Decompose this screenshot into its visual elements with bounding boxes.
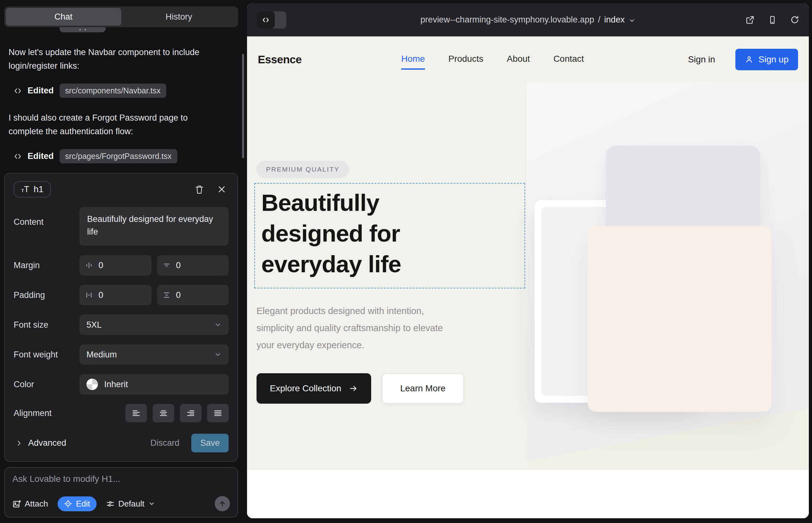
alignment-label: Alignment [14, 409, 80, 418]
hero-cta-row: Explore Collection Learn More [257, 373, 530, 404]
send-button[interactable] [215, 496, 230, 511]
refresh-icon[interactable] [790, 15, 799, 24]
text-size-icon: ᴛT [21, 185, 29, 194]
editor-header: ᴛT h1 [14, 181, 229, 198]
nav-links: Home Products About Contact [401, 54, 584, 65]
content-label: Content [14, 207, 80, 227]
explore-collection-label: Explore Collection [270, 383, 341, 394]
code-icon [14, 152, 22, 161]
hero-paragraph: Elegant products designed with intention… [257, 302, 461, 354]
site-preview: Essence Home Products About Contact Sign… [247, 36, 809, 518]
decor-card-cream [587, 226, 772, 412]
preview-window: preview--charming-site-symphony.lovable.… [247, 3, 809, 518]
font-size-select[interactable]: 5XL [80, 315, 229, 335]
selected-tag-chip[interactable]: ᴛT h1 [14, 181, 51, 198]
learn-more-button[interactable]: Learn More [382, 373, 464, 404]
sign-up-button[interactable]: Sign up [735, 49, 798, 70]
advanced-label: Advanced [28, 438, 66, 448]
padding-horizontal-icon [85, 291, 93, 299]
align-justify-button[interactable] [207, 404, 229, 422]
delete-element-icon[interactable] [195, 185, 204, 194]
sign-up-label: Sign up [758, 54, 789, 65]
margin-y-value: 0 [176, 260, 181, 270]
color-select[interactable]: Inherit [80, 374, 229, 395]
chat-scrollbar[interactable] [242, 54, 244, 158]
padding-vertical-icon [163, 291, 170, 299]
hero-section: PREMIUM QUALITY Beautifully designed for… [254, 161, 530, 404]
sliders-icon [106, 500, 114, 508]
edit-mode-button[interactable]: Edit [58, 497, 96, 511]
edited-file-row: Edited src/components/Navbar.tsx [14, 84, 238, 98]
attach-image-icon [12, 500, 21, 508]
code-preview-toggle[interactable] [257, 12, 286, 29]
code-icon [14, 87, 22, 95]
scroll-peek-pill[interactable] [59, 27, 106, 32]
font-weight-select[interactable]: Medium [80, 344, 229, 365]
close-editor-icon[interactable] [217, 185, 226, 194]
editor-footer: Advanced Discard Save [14, 434, 229, 452]
padding-x-input[interactable]: 0 [80, 285, 152, 305]
explore-collection-button[interactable]: Explore Collection [257, 373, 371, 404]
nav-link-about[interactable]: About [507, 54, 530, 70]
open-in-new-tab-icon[interactable] [745, 15, 755, 25]
color-field-row: Color Inherit [14, 374, 229, 395]
margin-horizontal-icon [85, 262, 93, 269]
color-value: Inherit [104, 380, 128, 390]
mode-select[interactable]: Default [106, 499, 155, 509]
chevron-down-icon [148, 500, 155, 507]
element-editor-panel: ᴛT h1 Content Beautifully designed for e… [4, 173, 238, 462]
browser-actions [745, 15, 799, 25]
url-bar[interactable]: preview--charming-site-symphony.lovable.… [421, 15, 636, 25]
margin-x-input[interactable]: 0 [80, 255, 152, 275]
font-size-field-row: Font size 5XL [14, 315, 229, 335]
nav-link-contact[interactable]: Contact [553, 54, 584, 70]
edited-label: Edited [28, 86, 54, 96]
padding-y-value: 0 [176, 290, 181, 300]
chevron-down-icon [214, 321, 222, 329]
code-icon [257, 12, 275, 29]
font-size-value: 5XL [86, 320, 102, 330]
nav-link-products[interactable]: Products [448, 54, 483, 70]
mobile-view-icon[interactable] [768, 16, 777, 24]
url-path: index [604, 15, 625, 25]
margin-y-input[interactable]: 0 [157, 255, 229, 275]
site-navbar: Essence Home Products About Contact Sign… [247, 36, 809, 82]
site-logo[interactable]: Essence [258, 53, 302, 66]
chat-message: I should also create a Forgot Password p… [8, 111, 219, 138]
align-right-button[interactable] [180, 404, 201, 422]
selected-element-outline[interactable]: Beautifully designed for everyday life [254, 183, 525, 288]
advanced-toggle[interactable]: Advanced [14, 438, 66, 448]
content-input[interactable]: Beautifully designed for everyday life [80, 207, 229, 246]
color-label: Color [14, 380, 80, 390]
margin-field-row: Margin 0 0 [14, 255, 229, 275]
font-weight-value: Medium [86, 350, 117, 360]
edited-file-chip[interactable]: src/pages/ForgotPassword.tsx [59, 149, 177, 163]
chevron-right-icon [16, 440, 22, 447]
browser-toolbar: preview--charming-site-symphony.lovable.… [247, 3, 809, 36]
font-weight-label: Font weight [14, 350, 80, 360]
align-left-button[interactable] [125, 404, 147, 422]
attach-button[interactable]: Attach [12, 499, 48, 509]
align-center-button[interactable] [153, 404, 174, 422]
edited-label: Edited [28, 151, 54, 161]
save-button[interactable]: Save [191, 434, 229, 452]
margin-label: Margin [14, 260, 80, 270]
composer-input[interactable]: Ask Lovable to modify H1... [12, 474, 230, 484]
padding-y-input[interactable]: 0 [157, 285, 229, 305]
section-below-hero [247, 470, 809, 518]
discard-button[interactable]: Discard [151, 438, 180, 448]
chevron-down-icon [214, 351, 222, 358]
tab-chat[interactable]: Chat [6, 8, 121, 26]
arrow-right-icon [349, 384, 358, 393]
nav-link-home[interactable]: Home [401, 54, 425, 70]
edited-file-chip[interactable]: src/components/Navbar.tsx [59, 84, 166, 98]
preview-url: preview--charming-site-symphony.lovable.… [421, 15, 595, 25]
url-separator: / [598, 15, 600, 25]
sign-in-link[interactable]: Sign in [688, 54, 715, 65]
quality-badge: PREMIUM QUALITY [257, 161, 349, 178]
tab-history[interactable]: History [121, 8, 237, 26]
padding-x-value: 0 [99, 290, 103, 300]
hero-headline[interactable]: Beautifully designed for everyday life [261, 187, 458, 279]
selected-tag-label: h1 [34, 184, 43, 194]
font-weight-field-row: Font weight Medium [14, 344, 229, 365]
